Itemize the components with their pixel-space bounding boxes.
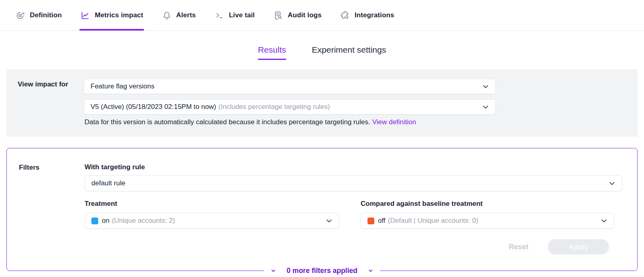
bell-icon — [162, 10, 172, 21]
chevron-down-icon — [482, 104, 489, 111]
subtab-experiment-settings[interactable]: Experiment settings — [312, 45, 386, 60]
chevron-down-icon — [609, 180, 615, 187]
baseline-hint: (Default | Unique accounts: 0) — [388, 217, 479, 225]
targeting-rule-value: default rule — [91, 179, 125, 187]
treatment-label: Treatment — [85, 200, 117, 208]
view-definition-link[interactable]: View definition — [372, 118, 416, 126]
tab-audit-logs[interactable]: Audit logs — [273, 0, 322, 31]
view-impact-panel: View impact for Feature flag versions V5… — [6, 69, 638, 137]
baseline-treatment-select[interactable]: off (Default | Unique accounts: 0) — [361, 213, 614, 229]
version-helper-text: Data for this version is automatically c… — [85, 118, 416, 126]
tab-metrics-impact[interactable]: Metrics impact — [80, 0, 143, 31]
targeting-rule-label: With targeting rule — [85, 163, 145, 171]
chevron-down-icon — [482, 83, 489, 90]
more-filters-toggle[interactable]: 0 more filters applied — [264, 267, 380, 275]
subtab-results[interactable]: Results — [258, 45, 286, 60]
top-navigation: Definition Metrics impact Alerts Liv — [0, 0, 644, 31]
targeting-rule-select[interactable]: default rule — [85, 175, 622, 191]
filters-label: Filters — [19, 164, 39, 172]
treatment-value: on — [102, 217, 109, 225]
tab-label: Alerts — [176, 11, 196, 19]
helper-text: Data for this version is automatically c… — [85, 118, 370, 126]
tab-definition[interactable]: Definition — [15, 0, 62, 31]
treatment-select[interactable]: on (Unique accounts: 2) — [85, 213, 339, 229]
tab-integrations[interactable]: Integrations — [340, 0, 394, 31]
results-subtabs: Results Experiment settings — [0, 45, 644, 60]
chevron-down-icon — [368, 268, 374, 273]
filters-panel: Filters With targeting rule default rule… — [6, 148, 638, 271]
baseline-color-swatch — [367, 217, 374, 224]
chevron-down-icon — [270, 268, 276, 273]
puzzle-icon — [340, 10, 350, 21]
chevron-down-icon — [326, 217, 332, 224]
tab-label: Metrics impact — [95, 11, 143, 19]
version-type-select[interactable]: Feature flag versions — [84, 79, 496, 94]
tab-label: Definition — [30, 11, 62, 19]
baseline-value: off — [378, 217, 386, 225]
version-type-value: Feature flag versions — [91, 82, 155, 90]
version-value: V5 (Active) (05/18/2023 02:15PM to now) — [91, 103, 216, 111]
tab-label: Integrations — [355, 11, 394, 19]
line-chart-icon — [80, 10, 90, 21]
tab-label: Live tail — [229, 11, 255, 19]
tab-live-tail[interactable]: Live tail — [215, 0, 255, 31]
view-impact-label: View impact for — [18, 80, 68, 88]
version-select[interactable]: V5 (Active) (05/18/2023 02:15PM to now) … — [84, 99, 496, 115]
chevron-down-icon — [601, 217, 607, 224]
tab-label: Audit logs — [288, 11, 322, 19]
treatment-hint: (Unique accounts: 2) — [112, 217, 175, 225]
reset-button[interactable]: Reset — [509, 243, 528, 251]
more-filters-label: 0 more filters applied — [287, 267, 357, 275]
baseline-treatment-label: Compared against baseline treatment — [361, 200, 483, 208]
treatment-color-swatch — [91, 217, 98, 224]
version-hint: (Includes percentage targeting rules) — [219, 103, 330, 111]
terminal-icon — [215, 10, 225, 21]
target-icon — [15, 10, 25, 21]
document-search-icon — [273, 10, 283, 21]
filters-actions: Reset Apply — [509, 239, 609, 254]
tab-alerts[interactable]: Alerts — [162, 0, 196, 31]
active-tab-underline — [79, 29, 144, 31]
apply-button[interactable]: Apply — [548, 239, 609, 254]
